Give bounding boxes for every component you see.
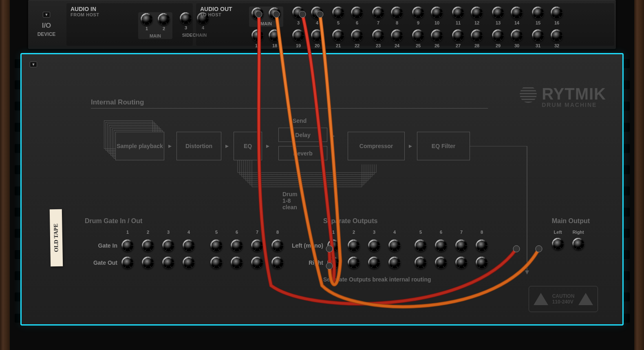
audio-in-jack-2[interactable] [158,13,170,25]
audio-in-title: AUDIO IN [71,6,189,12]
gate-out-3[interactable] [162,257,174,269]
main-out-left-jack[interactable] [552,238,564,250]
audio-out-jack-28[interactable] [471,29,483,42]
gate-in-5[interactable] [210,239,223,252]
audio-in-jack-3[interactable] [180,12,192,24]
block-distortion: Distortion [176,132,221,160]
audio-out-jack-24[interactable] [391,29,403,42]
gate-in-4[interactable] [183,239,195,252]
gate-out-4[interactable] [183,257,195,269]
sep-right-4[interactable] [388,257,401,269]
audio-out-jack-2[interactable] [269,7,281,20]
io-device-label: ▼ I/O DEVICE [28,0,65,49]
gate-in-1[interactable] [121,239,134,252]
sep-right-2[interactable] [348,257,360,269]
main-out-right-label: Right [573,230,584,235]
main-out-section: Main Output Left Right [552,217,590,250]
sep-right-6[interactable] [435,257,447,269]
sep-left-6[interactable] [435,239,447,252]
audio-out-jack-9[interactable] [412,7,424,19]
sep-left-3[interactable] [368,239,380,252]
audio-out-jack-20[interactable] [311,29,323,42]
io-fold-button[interactable]: ▼ [43,12,50,18]
sep-left-1[interactable] [327,239,340,252]
audio-out-jack-12[interactable] [471,7,483,19]
audio-out-jack-15[interactable] [532,7,544,19]
audio-out-jack-23[interactable] [372,29,384,42]
audio-out-jack-30[interactable] [511,29,523,42]
audio-out-jack-31[interactable] [532,29,544,42]
brand-name: RYTMIK [542,85,606,103]
audio-out-jack-4[interactable] [311,7,323,19]
audio-out-jack-11[interactable] [452,7,464,19]
io-line1: I/O [42,22,51,30]
audio-out-jack-22[interactable] [351,29,363,42]
label-drum-clean: Drum 1-8 clean [282,191,298,210]
main-out-right-jack[interactable] [572,238,584,250]
clean-lines [234,160,380,197]
sep-left-5[interactable] [415,239,427,252]
gate-out-2[interactable] [142,257,154,269]
main-out-left-label: Left [554,230,562,235]
routing-underline [91,108,488,109]
audio-out-jack-18[interactable] [269,29,281,42]
caution-label: CAUTION 110-240V [529,286,598,312]
audio-out-jack-7[interactable] [372,7,384,19]
gate-out-8[interactable] [271,257,284,269]
block-eq: EQ [234,132,262,160]
gate-section: Drum Gate In / Out 1 2 3 4 5 6 7 8 Gate … [85,217,288,269]
audio-out-jack-3[interactable] [292,7,304,19]
tape-label[interactable]: OLD TAPE [50,209,63,267]
rytmik-device[interactable]: ▼ OLD TAPE RYTMIK DRUM MACHINE Internal … [20,53,624,326]
sep-right-label: Right [282,259,323,266]
sep-left-2[interactable] [348,239,360,252]
audio-out-jack-19[interactable] [292,29,304,42]
block-sample: Sample playback [115,132,164,160]
sep-left-7[interactable] [455,239,468,252]
sep-section: Separate Outputs 1 2 3 4 5 6 7 8 Left (m… [282,217,492,283]
gate-out-1[interactable] [121,257,134,269]
gate-in-6[interactable] [231,239,243,252]
sep-right-5[interactable] [415,257,427,269]
audio-out-jack-25[interactable] [412,29,424,42]
gate-in-8[interactable] [271,239,284,252]
io-device-panel: ▼ I/O DEVICE AUDIO IN FROM HOST 1 2 MAIN… [28,0,616,49]
warning-triangle-icon [578,293,593,305]
gate-out-label: Gate Out [85,259,117,266]
gate-in-7[interactable] [251,239,263,252]
sep-left-4[interactable] [388,239,401,252]
audio-out-jack-13[interactable] [492,7,504,19]
gate-in-3[interactable] [162,239,174,252]
audio-out-section: AUDIO OUT TO HOST MAIN345678910111213141… [196,3,614,46]
audio-out-jack-8[interactable] [391,7,403,19]
routing-title: Internal Routing [91,98,144,106]
gate-out-6[interactable] [231,257,243,269]
brand-logo-icon [520,86,537,103]
sep-left-label: Left (mono) [282,242,323,249]
sep-right-7[interactable] [455,257,468,269]
audio-out-jack-1[interactable] [251,7,264,20]
gate-in-2[interactable] [142,239,154,252]
audio-out-jack-32[interactable] [551,29,563,42]
audio-out-jack-21[interactable] [332,29,344,42]
audio-out-jack-17[interactable] [251,29,264,42]
audio-out-jack-26[interactable] [431,29,443,42]
sep-left-8[interactable] [476,239,488,252]
gate-out-7[interactable] [251,257,263,269]
audio-out-jack-6[interactable] [351,7,363,19]
gate-out-5[interactable] [210,257,223,269]
audio-out-jack-10[interactable] [431,7,443,19]
brand-sub: DRUM MACHINE [542,102,606,108]
sep-right-3[interactable] [368,257,380,269]
audio-in-num-2: 2 [163,26,165,31]
audio-out-jack-16[interactable] [551,7,563,19]
audio-out-jack-14[interactable] [511,7,523,19]
audio-out-jack-5[interactable] [332,7,344,19]
wood-rail-left [0,0,10,350]
audio-out-jack-27[interactable] [452,29,464,42]
audio-in-jack-1[interactable] [141,13,153,25]
sep-right-8[interactable] [476,257,488,269]
sep-right-1[interactable] [327,257,340,269]
audio-out-jack-29[interactable] [492,29,504,42]
rytmik-fold-button[interactable]: ▼ [30,62,37,67]
